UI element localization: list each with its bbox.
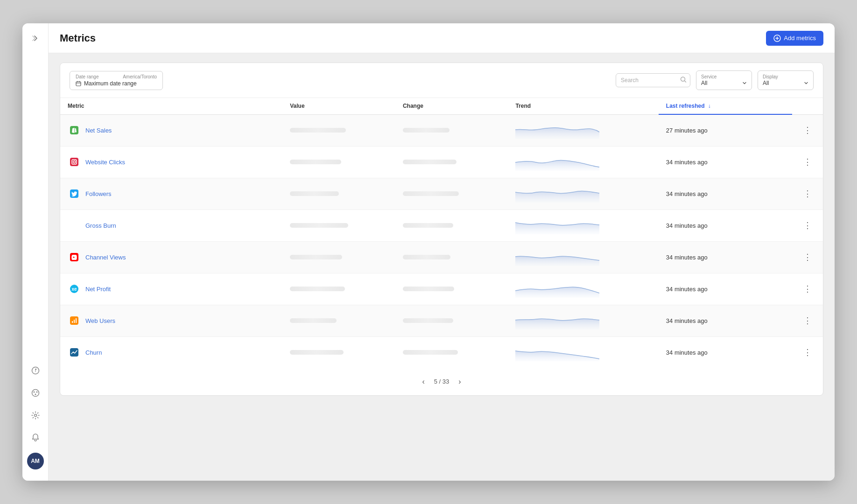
change-skeleton: [403, 255, 450, 259]
more-options-button[interactable]: ⋮: [800, 251, 815, 263]
bell-icon[interactable]: [28, 430, 43, 445]
metric-change-cell: [395, 114, 508, 146]
metric-value-cell: [282, 273, 395, 305]
svg-text:xe: xe: [72, 287, 77, 292]
metric-value-cell: [282, 178, 395, 210]
more-options-button[interactable]: ⋮: [800, 156, 815, 168]
last-refreshed: 34 minutes ago: [659, 336, 792, 368]
service-icon-instagram: [68, 155, 81, 168]
table-row: Gross Burn: [60, 210, 823, 241]
next-page-button[interactable]: ›: [455, 376, 464, 388]
metric-change-cell: [395, 210, 508, 241]
metric-change-cell: [395, 146, 508, 178]
table-row: Net Sales: [60, 114, 823, 146]
metric-link[interactable]: Web Users: [85, 317, 115, 324]
metric-value-cell: [282, 241, 395, 273]
add-metrics-button[interactable]: Add metrics: [766, 31, 823, 46]
more-options-button[interactable]: ⋮: [800, 219, 815, 231]
row-actions-cell: ⋮: [792, 210, 823, 241]
metric-trend-cell: [508, 336, 658, 368]
sort-icon: ↓: [708, 103, 711, 109]
more-options-button[interactable]: ⋮: [800, 315, 815, 327]
table-row: xe Net Profit: [60, 273, 823, 305]
svg-point-3: [36, 392, 37, 393]
avatar[interactable]: AM: [27, 453, 44, 469]
display-label: Display: [763, 74, 808, 79]
sidebar-toggle[interactable]: [28, 31, 43, 46]
trend-chart: [515, 216, 599, 234]
metric-name-cell: Followers: [60, 178, 282, 210]
metric-link[interactable]: Net Profit: [85, 286, 111, 293]
svg-point-5: [34, 414, 36, 417]
metric-trend-cell: [508, 178, 658, 210]
service-dropdown[interactable]: Service All: [696, 70, 752, 90]
value-skeleton: [290, 128, 346, 133]
timezone-label: America/Toronto: [123, 74, 157, 79]
service-icon-analytics: [68, 314, 81, 327]
table-row: Website Clicks: [60, 146, 823, 178]
metric-trend-cell: [508, 146, 658, 178]
table-row: Followers: [60, 178, 823, 210]
more-options-button[interactable]: ⋮: [800, 346, 815, 358]
app-window: AM Metrics Add metrics Date: [22, 23, 835, 481]
row-actions-cell: ⋮: [792, 336, 823, 368]
header: Metrics Add metrics: [49, 23, 835, 53]
metric-change-cell: [395, 178, 508, 210]
last-refreshed: 34 minutes ago: [659, 178, 792, 210]
pagination: ‹ 5 / 33 ›: [60, 368, 823, 395]
trend-chart: [515, 184, 599, 203]
prev-page-button[interactable]: ‹: [418, 376, 428, 388]
last-refreshed: 34 minutes ago: [659, 146, 792, 178]
metric-link[interactable]: Churn: [85, 349, 102, 356]
filters-row: Date range America/Toronto Maximum date …: [60, 63, 823, 98]
metric-trend-cell: [508, 241, 658, 273]
settings-icon[interactable]: [28, 408, 43, 423]
table-row: Churn: [60, 336, 823, 368]
more-options-button[interactable]: ⋮: [800, 188, 815, 200]
search-wrap: [616, 73, 690, 87]
metric-name-cell: xe Net Profit: [60, 273, 282, 305]
metric-name-cell: Web Users: [60, 305, 282, 336]
metric-link[interactable]: Followers: [85, 190, 112, 197]
metric-name-cell: Channel Views: [60, 241, 282, 273]
col-value: Value: [282, 98, 395, 114]
metric-value-cell: [282, 336, 395, 368]
svg-point-1: [32, 390, 39, 397]
row-actions-cell: ⋮: [792, 273, 823, 305]
more-options-button[interactable]: ⋮: [800, 124, 815, 136]
trend-chart: [515, 247, 599, 266]
palette-icon[interactable]: [28, 385, 43, 400]
search-input[interactable]: [616, 73, 690, 87]
more-options-button[interactable]: ⋮: [800, 283, 815, 295]
service-value: All: [701, 80, 707, 86]
display-dropdown[interactable]: Display All: [758, 70, 814, 90]
metrics-panel: Date range America/Toronto Maximum date …: [60, 63, 823, 396]
metric-value-cell: [282, 146, 395, 178]
value-skeleton: [290, 350, 344, 355]
date-range-control[interactable]: Date range America/Toronto Maximum date …: [70, 71, 163, 90]
metric-trend-cell: [508, 305, 658, 336]
help-icon[interactable]: [28, 363, 43, 378]
service-icon-twitter: [68, 187, 81, 200]
row-actions-cell: ⋮: [792, 178, 823, 210]
metric-link[interactable]: Channel Views: [85, 254, 126, 261]
table-row: Web Users: [60, 305, 823, 336]
service-label: Service: [701, 74, 747, 79]
metric-change-cell: [395, 241, 508, 273]
svg-point-4: [35, 394, 36, 395]
col-change: Change: [395, 98, 508, 114]
change-skeleton: [403, 287, 454, 291]
chevron-down-icon-2: [804, 81, 808, 85]
service-icon-none: [68, 219, 81, 232]
metric-link[interactable]: Gross Burn: [85, 222, 116, 229]
metric-link[interactable]: Net Sales: [85, 127, 112, 134]
metric-name-cell: Churn: [60, 336, 282, 368]
metric-link[interactable]: Website Clicks: [85, 159, 125, 166]
service-icon-youtube: [68, 251, 81, 264]
page-title: Metrics: [60, 32, 96, 44]
change-skeleton: [403, 318, 453, 323]
col-actions: [792, 98, 823, 114]
trend-chart: [515, 343, 599, 361]
table-row: Channel Views: [60, 241, 823, 273]
col-last-refreshed[interactable]: Last refreshed ↓: [659, 98, 792, 114]
